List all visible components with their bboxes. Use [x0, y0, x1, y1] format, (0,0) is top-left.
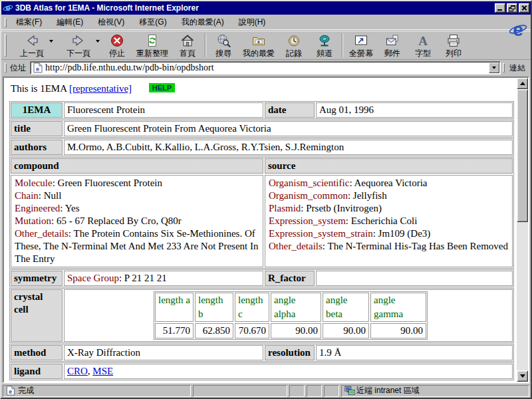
document-icon: e [33, 63, 43, 73]
favorites-button[interactable]: 我的最愛 [239, 31, 279, 59]
status-pane: e 完成 [3, 385, 191, 397]
history-icon [287, 33, 301, 49]
title-table: title Green Fluorescent Protein From Aeq… [9, 120, 514, 138]
search-icon [216, 33, 231, 49]
scroll-down-button[interactable] [517, 370, 528, 382]
mail-button[interactable]: 郵件 [377, 31, 408, 59]
ligand-label: ligand [11, 364, 63, 379]
compound-details: Molecule: Green Fluorescent Protein Chai… [11, 175, 263, 267]
svg-text:e: e [513, 19, 523, 40]
fonts-button[interactable]: A 字型 [408, 31, 438, 59]
address-label: 位址 [10, 63, 26, 74]
forward-icon [70, 33, 86, 49]
menu-view[interactable]: 檢視(V) [90, 15, 132, 30]
menu-go[interactable]: 移至(G) [132, 15, 174, 30]
ligand-table: ligand CRO, MSE [9, 362, 514, 380]
vertical-scrollbar[interactable] [517, 78, 528, 382]
title-label: title [11, 121, 63, 136]
print-button[interactable]: 列印 [438, 31, 469, 59]
menu-file[interactable]: 檔案(F) [9, 15, 49, 30]
svg-text:e: e [6, 3, 11, 13]
fonts-icon: A [416, 33, 430, 49]
search-button[interactable]: 搜尋 [208, 31, 239, 59]
length-b-value: 62.850 [195, 323, 233, 338]
home-icon [180, 33, 195, 49]
menu-edit[interactable]: 編輯(E) [49, 15, 90, 30]
status-bar: e 完成 近端 intranet 區域 [1, 383, 531, 398]
forward-button[interactable]: 下一頁 [55, 31, 102, 59]
channels-button[interactable]: 頻道 [309, 31, 340, 59]
scrollbar-thumb[interactable] [517, 89, 528, 222]
intro-text: This is 1EMA [11, 83, 66, 94]
representative-link[interactable]: [representative] [69, 83, 132, 94]
date-value: Aug 01, 1996 [316, 102, 513, 118]
length-a-header: length a [155, 293, 194, 322]
angle-alpha-header: angle alpha [271, 293, 321, 322]
menu-help[interactable]: 說明(H) [231, 15, 273, 30]
toolbar-separator [205, 33, 206, 57]
pdb-id-cell: 1EMA [11, 102, 63, 118]
record-header-table: 1EMA Fluorescent Protein date Aug 01, 19… [9, 101, 514, 119]
svg-text:e: e [36, 66, 39, 72]
ligand-link-mse[interactable]: MSE [92, 366, 113, 376]
pdb-id-value: Fluorescent Protein [64, 102, 263, 118]
address-url[interactable]: http://pdb.life.nthu.edu.tw/pdb-bin/opdb… [45, 63, 488, 73]
browser-viewport: This is 1EMA [representative] HELP 1EMA … [3, 76, 529, 383]
symmetry-table: symmetry Space Group: P 21 21 21 R_facto… [9, 269, 514, 287]
window-title: 3DB Atlas for 1EMA - Microsoft Internet … [15, 3, 495, 13]
status-pane-empty [307, 385, 322, 397]
compound-source-table: compound source Molecule: Green Fluoresc… [9, 157, 514, 269]
restore-button[interactable] [507, 3, 517, 13]
back-button[interactable]: 上一頁 [9, 31, 55, 59]
crystal-cell-label: crystal cell [11, 289, 63, 342]
ie-window-icon: e [3, 3, 13, 13]
angle-beta-header: angle beta [323, 293, 369, 322]
crystal-cell-values: length a length b length c angle alpha a… [64, 289, 513, 342]
stop-button[interactable]: 停止 [102, 31, 132, 59]
scroll-up-button[interactable] [517, 78, 528, 89]
ie-page-icon: e [6, 386, 15, 396]
fullscreen-button[interactable]: 全螢幕 [345, 31, 377, 59]
close-button[interactable] [519, 3, 529, 13]
addressbar-grab-handle[interactable] [5, 63, 7, 72]
menubar-grab-handle[interactable] [5, 18, 7, 27]
angle-alpha-value: 90.00 [271, 323, 321, 338]
channels-icon [317, 33, 332, 49]
refresh-button[interactable]: 重新整理 [132, 31, 172, 59]
address-input[interactable]: e http://pdb.life.nthu.edu.tw/pdb-bin/op… [30, 61, 501, 74]
address-dropdown-button[interactable] [489, 63, 499, 73]
length-b-header: length b [195, 293, 233, 322]
links-grab-handle[interactable] [503, 63, 505, 72]
length-a-value: 51.770 [155, 323, 194, 338]
status-pane-empty [289, 385, 305, 397]
ligand-link-cro[interactable]: CRO [67, 366, 88, 376]
links-button[interactable]: 連結 [509, 63, 525, 74]
compound-label: compound [11, 158, 263, 174]
home-button[interactable]: 首頁 [172, 31, 203, 59]
menu-favorites[interactable]: 我的最愛(A) [174, 15, 231, 30]
length-c-value: 70.670 [235, 323, 269, 338]
svg-text:e: e [9, 388, 12, 395]
authors-table: authors M.Ormo, A.B.Cubitt, K.Kallio, L.… [9, 138, 514, 156]
title-bar: e 3DB Atlas for 1EMA - Microsoft Interne… [1, 1, 531, 15]
source-label: source [265, 158, 513, 174]
back-icon [24, 33, 40, 49]
svg-text:A: A [418, 34, 428, 48]
page-content: This is 1EMA [representative] HELP 1EMA … [4, 78, 517, 382]
help-badge[interactable]: HELP [149, 83, 175, 92]
status-pane-empty [324, 385, 339, 397]
method-table: method X-Ray Diffraction resolution 1.9 … [9, 344, 514, 362]
history-button[interactable]: 記錄 [279, 31, 309, 59]
crystal-cell-table: crystal cell length a length b length c … [9, 288, 514, 343]
back-dropdown-icon[interactable] [49, 40, 53, 43]
forward-dropdown-icon[interactable] [96, 40, 100, 43]
address-bar: 位址 e http://pdb.life.nthu.edu.tw/pdb-bin… [1, 60, 531, 76]
toolbar: 上一頁 下一頁 停止 重新整理 首頁 [1, 31, 531, 60]
space-group-value: Space Group: P 21 21 21 [64, 271, 263, 286]
toolbar-grab-handle[interactable] [5, 34, 7, 57]
intro-line: This is 1EMA [representative] HELP [11, 83, 514, 96]
title-value: Green Fluorescent Protein From Aequorea … [64, 121, 513, 136]
minimize-button[interactable] [495, 3, 505, 13]
resolution-value: 1.9 Å [316, 345, 513, 360]
menu-bar: 檔案(F) 編輯(E) 檢視(V) 移至(G) 我的最愛(A) 說明(H) [1, 15, 531, 31]
